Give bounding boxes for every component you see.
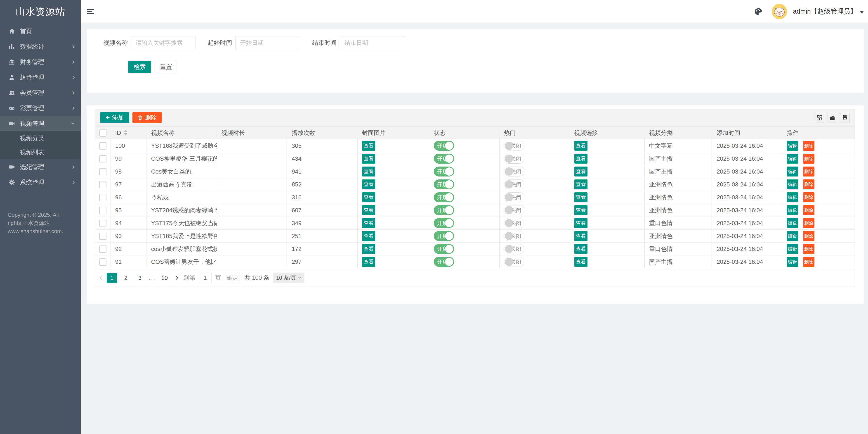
select-all-checkbox[interactable] (99, 129, 106, 137)
row-checkbox[interactable] (99, 207, 106, 214)
row-checkbox[interactable] (99, 142, 106, 150)
edit-button[interactable]: 编辑 (787, 244, 798, 254)
hot-toggle[interactable]: 关闭 (504, 179, 524, 190)
row-delete-button[interactable]: 删除 (803, 257, 814, 267)
view-link-button[interactable]: 查看 (575, 244, 587, 254)
view-link-button[interactable]: 查看 (575, 257, 587, 267)
sidebar-item-finance[interactable]: 财务管理 (0, 54, 81, 70)
status-toggle[interactable]: 开启 (434, 205, 454, 215)
edit-button[interactable]: 编辑 (787, 231, 798, 241)
status-toggle[interactable]: 开启 (434, 141, 454, 151)
sidebar-item-superadmin[interactable]: 超管管理 (0, 70, 81, 85)
view-cover-button[interactable]: 查看 (362, 154, 375, 164)
sidebar-subitem-video-list[interactable]: 视频列表 (0, 145, 81, 159)
edit-button[interactable]: 编辑 (787, 205, 798, 215)
sidebar-item-members[interactable]: 会员管理 (0, 85, 81, 100)
per-page-select[interactable]: 10 条/页 (273, 273, 304, 283)
row-checkbox[interactable] (99, 155, 106, 163)
status-toggle[interactable]: 开启 (434, 154, 454, 164)
row-delete-button[interactable]: 删除 (803, 218, 814, 228)
view-cover-button[interactable]: 查看 (362, 167, 375, 176)
view-cover-button[interactable]: 查看 (362, 179, 375, 190)
row-checkbox[interactable] (99, 245, 106, 253)
page-button[interactable]: 2 (121, 273, 131, 283)
status-toggle[interactable]: 开启 (434, 192, 454, 202)
status-toggle[interactable]: 开启 (434, 179, 454, 190)
sidebar-item-video[interactable]: 视频管理 (0, 116, 81, 131)
view-cover-button[interactable]: 查看 (362, 192, 375, 202)
hot-toggle[interactable]: 关闭 (504, 167, 524, 176)
view-cover-button[interactable]: 查看 (362, 141, 375, 151)
row-checkbox[interactable] (99, 181, 106, 188)
view-cover-button[interactable]: 查看 (362, 257, 375, 267)
view-cover-button[interactable]: 查看 (362, 231, 375, 241)
sort-icon[interactable] (124, 130, 127, 136)
next-page-icon[interactable] (174, 276, 178, 280)
sidebar-item-concubine[interactable]: 选妃管理 (0, 159, 81, 175)
view-link-button[interactable]: 查看 (575, 205, 587, 215)
status-toggle[interactable]: 开启 (434, 231, 454, 241)
prev-page-icon[interactable] (99, 276, 103, 280)
edit-button[interactable]: 编辑 (787, 154, 798, 164)
status-toggle[interactable]: 开启 (434, 167, 454, 176)
status-toggle[interactable]: 开启 (434, 257, 454, 267)
admin-dropdown[interactable]: admin【超级管理员】 (793, 7, 864, 16)
sidebar-item-lottery[interactable]: 彩票管理 (0, 100, 81, 116)
row-delete-button[interactable]: 删除 (803, 205, 814, 215)
print-icon[interactable] (840, 113, 850, 122)
avatar[interactable] (772, 4, 787, 19)
hot-toggle[interactable]: 关闭 (504, 257, 524, 267)
status-toggle[interactable]: 开启 (434, 218, 454, 228)
row-checkbox[interactable] (99, 194, 106, 201)
status-toggle[interactable]: 开启 (434, 244, 454, 254)
view-link-button[interactable]: 查看 (575, 218, 587, 228)
end-date-input[interactable] (340, 36, 404, 49)
view-link-button[interactable]: 查看 (575, 231, 587, 241)
row-delete-button[interactable]: 删除 (803, 192, 814, 202)
hot-toggle[interactable]: 关闭 (504, 231, 524, 241)
view-link-button[interactable]: 查看 (575, 179, 587, 190)
theme-palette-icon[interactable] (754, 7, 763, 16)
hot-toggle[interactable]: 关闭 (504, 192, 524, 202)
sidebar-item-home[interactable]: 首页 (0, 24, 81, 39)
edit-button[interactable]: 编辑 (787, 192, 798, 202)
search-button[interactable]: 检索 (128, 61, 151, 73)
row-checkbox[interactable] (99, 168, 106, 175)
goto-confirm-button[interactable]: 确定 (225, 273, 240, 283)
row-delete-button[interactable]: 删除 (803, 141, 814, 151)
video-name-input[interactable] (131, 36, 195, 49)
sidebar-item-statistics[interactable]: 数据统计 (0, 39, 81, 54)
view-link-button[interactable]: 查看 (575, 141, 587, 151)
start-date-input[interactable] (235, 36, 300, 49)
edit-button[interactable]: 编辑 (787, 218, 798, 228)
row-checkbox[interactable] (99, 233, 106, 240)
sidebar-subitem-video-category[interactable]: 视频分类 (0, 131, 81, 145)
row-delete-button[interactable]: 删除 (803, 154, 814, 164)
view-cover-button[interactable]: 查看 (362, 244, 375, 254)
filter-columns-icon[interactable] (815, 113, 825, 122)
hot-toggle[interactable]: 关闭 (504, 154, 524, 164)
edit-button[interactable]: 编辑 (787, 141, 798, 151)
row-delete-button[interactable]: 删除 (803, 231, 814, 241)
menu-toggle-icon[interactable] (87, 9, 95, 14)
view-link-button[interactable]: 查看 (575, 192, 587, 202)
row-checkbox[interactable] (99, 220, 106, 227)
export-icon[interactable] (828, 113, 837, 122)
view-link-button[interactable]: 查看 (575, 167, 587, 176)
hot-toggle[interactable]: 关闭 (504, 141, 524, 151)
sidebar-item-system[interactable]: 系统管理 (0, 175, 81, 190)
view-cover-button[interactable]: 查看 (362, 218, 375, 228)
row-delete-button[interactable]: 删除 (803, 179, 814, 190)
page-button[interactable]: 1 (107, 273, 117, 283)
view-link-button[interactable]: 查看 (575, 154, 587, 164)
row-delete-button[interactable]: 删除 (803, 244, 814, 254)
hot-toggle[interactable]: 关闭 (504, 244, 524, 254)
page-button[interactable]: 10 (159, 273, 170, 283)
view-cover-button[interactable]: 查看 (362, 205, 375, 215)
row-delete-button[interactable]: 删除 (803, 167, 814, 176)
edit-button[interactable]: 编辑 (787, 257, 798, 267)
reset-button[interactable]: 重置 (155, 61, 177, 73)
hot-toggle[interactable]: 关闭 (504, 205, 524, 215)
goto-page-input[interactable] (199, 273, 212, 283)
hot-toggle[interactable]: 关闭 (504, 218, 524, 228)
